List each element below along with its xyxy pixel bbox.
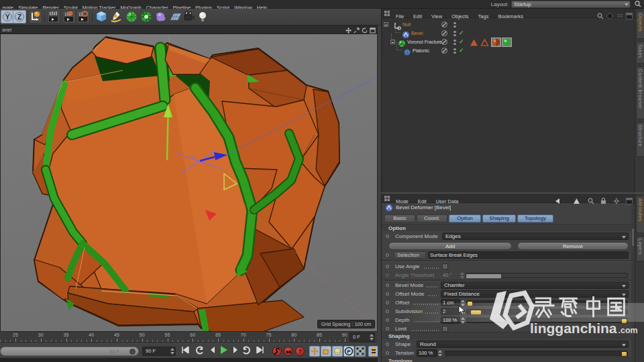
spinner-icon[interactable] — [438, 350, 442, 357]
offset-slider[interactable] — [466, 300, 628, 306]
component-mode-dropdown[interactable]: Edges — [442, 233, 629, 240]
enabled-check-icon[interactable]: ✓ — [459, 38, 464, 46]
visibility-dot[interactable] — [453, 31, 456, 34]
shape-dropdown[interactable]: Round — [417, 341, 629, 348]
offset-mode-dropdown[interactable]: Fixed Distance — [441, 290, 629, 298]
key-parameter-toggle[interactable]: P — [343, 346, 354, 357]
keyframe-bullet[interactable] — [386, 235, 389, 238]
selection-field[interactable]: Surface Break Edges — [428, 251, 629, 259]
subdivision-surface-button[interactable] — [125, 10, 138, 23]
attr-scrollbar-thumb[interactable] — [632, 229, 634, 246]
selection-label-box[interactable]: Selection — [394, 251, 426, 259]
key-pla-toggle[interactable] — [355, 346, 366, 357]
light-button[interactable] — [196, 10, 209, 23]
maximize-icon[interactable] — [370, 27, 376, 34]
subdivision-slider[interactable] — [466, 309, 628, 314]
keyframe-bullet[interactable] — [386, 292, 389, 296]
tension-field[interactable]: 100 % — [417, 349, 437, 357]
layer-circle-icon[interactable] — [441, 48, 447, 54]
metaball-button[interactable] — [154, 10, 168, 23]
attr-scrollbar[interactable] — [631, 203, 635, 362]
keyframe-bullet[interactable] — [386, 284, 389, 287]
tension-slider[interactable] — [445, 351, 628, 356]
object-row-platonic[interactable]: Platonic✓ — [382, 46, 635, 55]
attr-tab-basic[interactable]: Basic — [384, 215, 415, 223]
side-tab-content-browser[interactable]: Content Browser — [636, 66, 644, 119]
layer-circle-icon[interactable] — [441, 30, 447, 36]
layer-circle-icon[interactable] — [441, 21, 447, 27]
record-clap-button-2[interactable] — [62, 10, 76, 23]
visibility-dot[interactable] — [453, 34, 456, 37]
keyframe-bullet[interactable] — [386, 318, 389, 322]
record-clap-button-1[interactable] — [47, 10, 60, 23]
bevel-mode-dropdown[interactable]: Chamfer — [441, 282, 629, 289]
keyframe-bullet[interactable] — [386, 351, 389, 355]
object-row-null[interactable]: Null — [382, 20, 635, 29]
side-tab-structure[interactable]: Structure — [636, 122, 644, 156]
keyframe-bullet[interactable] — [386, 301, 389, 304]
side-tab-attributes[interactable]: Attributes — [636, 196, 644, 233]
list-icon[interactable] — [616, 13, 623, 19]
use-angle-checkbox[interactable] — [442, 263, 448, 269]
depth-field[interactable]: 100 % — [441, 316, 460, 324]
play-button[interactable] — [219, 346, 229, 357]
zoom-icon[interactable] — [354, 27, 360, 34]
attr-tab-option[interactable]: Option — [449, 215, 481, 223]
remove-button[interactable]: Remove — [517, 242, 629, 250]
spinner-icon[interactable] — [170, 348, 174, 355]
coordinate-system-button[interactable] — [29, 10, 42, 23]
visibility-dot[interactable] — [453, 40, 456, 42]
panel-icon[interactable] — [626, 13, 633, 19]
visibility-dot[interactable] — [453, 43, 456, 46]
key-position-toggle[interactable] — [309, 346, 320, 357]
search-icon[interactable] — [597, 13, 604, 19]
filter-icon[interactable] — [606, 13, 613, 19]
subdivision-field[interactable]: 2 — [441, 308, 460, 315]
viewport-scene[interactable] — [1, 34, 377, 331]
spinner-icon[interactable] — [370, 334, 374, 341]
axis-lock-y-button[interactable]: Y — [1, 10, 14, 23]
enabled-check-icon[interactable]: ✓ — [459, 29, 464, 38]
timeline-end-field[interactable]: 0 F — [350, 333, 375, 342]
tension-slider-handle[interactable] — [622, 352, 627, 356]
keyframe-bullet[interactable] — [386, 310, 389, 313]
autokeying-button[interactable] — [284, 347, 293, 356]
keyframe-bullet[interactable] — [386, 274, 389, 277]
pan-icon[interactable] — [345, 27, 352, 34]
enabled-check-icon[interactable]: ✓ — [459, 46, 464, 55]
key-rotation-toggle[interactable] — [332, 346, 343, 357]
go-to-end-button[interactable] — [255, 346, 266, 357]
attr-tab-coord[interactable]: Coord. — [417, 215, 447, 223]
side-tab-layers[interactable]: Layers — [636, 236, 644, 261]
help-button[interactable]: ? — [295, 347, 305, 356]
viewport-panel[interactable]: anel — [0, 25, 378, 332]
record-objects-button[interactable] — [272, 347, 282, 356]
object-label[interactable]: Voronoi Fracture — [407, 38, 442, 46]
visibility-dot[interactable] — [453, 22, 456, 25]
play-backwards-button[interactable] — [194, 346, 205, 357]
section-option[interactable]: Option — [382, 224, 635, 231]
expander-icon[interactable] — [390, 40, 395, 44]
current-frame-field[interactable]: 90 F — [142, 347, 176, 356]
timeline-ruler[interactable]: 2530354045505560657075808590 0 F — [0, 332, 378, 343]
side-tab-takes[interactable]: Takes — [636, 42, 644, 64]
keyframe-bullet[interactable] — [386, 253, 389, 257]
keyframe-bullet[interactable] — [386, 265, 389, 268]
pen-spline-button[interactable] — [109, 10, 123, 23]
search-icon[interactable] — [635, 1, 641, 7]
object-row-bevel[interactable]: Bevel✓ — [382, 29, 635, 38]
object-label[interactable]: Bevel — [411, 29, 423, 38]
section-topology[interactable]: Topology — [382, 357, 635, 362]
visibility-dot[interactable] — [453, 25, 456, 28]
subdivision-slider-handle[interactable] — [471, 310, 481, 314]
key-scale-toggle[interactable] — [321, 346, 331, 357]
axis-lock-z-button[interactable]: Z — [13, 10, 26, 23]
go-to-start-button[interactable] — [180, 346, 191, 357]
depth-slider-handle[interactable] — [622, 319, 627, 323]
loop-button[interactable] — [241, 346, 252, 357]
section-shaping[interactable]: Shaping — [382, 332, 635, 339]
camera-button[interactable] — [182, 10, 196, 23]
offset-field[interactable]: 1 cm — [441, 299, 460, 306]
offset-slider-handle[interactable] — [468, 302, 472, 306]
previous-frame-button[interactable] — [207, 346, 218, 357]
